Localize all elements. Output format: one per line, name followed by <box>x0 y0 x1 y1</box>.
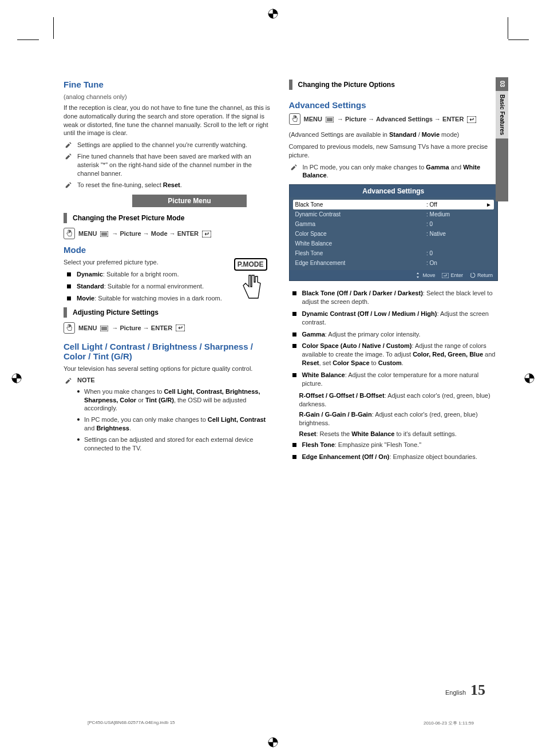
pointing-hand-icon <box>236 271 265 305</box>
menu-label: MENU <box>78 324 97 331</box>
sub-item: In PC mode, you can only make changes to… <box>64 415 273 433</box>
osd-row: White Balance <box>293 239 494 248</box>
cell-heading: Cell Light / Contrast / Brightness / Sha… <box>64 342 273 361</box>
menu-path: MENU → Picture → Mode → ENTER <box>64 228 273 239</box>
crop-tick <box>508 17 508 39</box>
mode-heading: Mode <box>64 245 273 255</box>
note-row: To reset the fine-tuning, select Reset. <box>64 181 273 189</box>
adv-p1: (Advanced Settings are available in Stan… <box>289 130 498 139</box>
adjust-bar: Adjusting Picture Settings <box>64 307 273 318</box>
bar-label: Changing the Picture Options <box>298 81 395 89</box>
note-icon <box>65 181 73 189</box>
cell-body: Your television has several setting opti… <box>64 365 273 373</box>
preset-mode-bar: Changing the Preset Picture Mode <box>64 213 273 223</box>
bar-label: Adjusting Picture Settings <box>73 308 159 316</box>
remote-hand-icon <box>64 228 75 239</box>
fine-tune-heading: Fine Tune <box>64 80 273 89</box>
list-item: Gamma: Adjust the primary color intensit… <box>289 330 498 339</box>
note-icon <box>65 152 73 178</box>
crop-tick <box>53 17 54 39</box>
osd-row: Color Space: Native <box>293 229 494 239</box>
crop-mark-icon <box>268 737 278 747</box>
list-item: Flesh Tone: Emphasize pink "Flesh Tone." <box>289 441 498 449</box>
imprint-file: [PC450-USA]BN68-02577A-04Eng.indb 15 <box>88 720 175 726</box>
note-icon <box>65 141 73 149</box>
bar-stripe <box>64 307 67 318</box>
enter-icon <box>202 230 211 238</box>
menu-path-text: → Picture → Mode → ENTER <box>112 230 199 237</box>
indent-text: Reset: Resets the White Balance to it's … <box>289 430 498 438</box>
note-row: Fine tuned channels that have been saved… <box>64 152 273 178</box>
note-icon <box>290 163 298 180</box>
imprint-date: 2010-06-23 오후 1:11:59 <box>424 720 474 726</box>
note-label: NOTE <box>77 377 95 385</box>
menu-label: MENU <box>78 230 97 237</box>
remote-hand-icon <box>64 322 75 334</box>
tab-bar <box>496 138 508 201</box>
osd-footer: Move Enter Return <box>290 270 498 280</box>
osd-row: Dynamic Contrast: Medium <box>293 209 494 219</box>
osd-enter: Enter <box>442 272 463 278</box>
note-text: To reset the fine-tuning, select Reset. <box>77 181 273 189</box>
side-tab: 03 Basic Features <box>496 77 508 201</box>
note-text: Fine tuned channels that have been saved… <box>77 152 273 178</box>
osd-move: Move <box>415 272 435 278</box>
right-column: Changing the Picture Options Advanced Se… <box>289 80 498 465</box>
remote-hand-icon <box>289 113 300 125</box>
list-item: White Balance: Adjust the color temperat… <box>289 371 498 388</box>
bar-label: Changing the Preset Picture Mode <box>73 214 184 222</box>
chapter-label: Basic Features <box>496 91 508 138</box>
footer-lang: English <box>445 689 466 696</box>
note-text: Settings are applied to the channel you'… <box>77 141 273 149</box>
adv-heading: Advanced Settings <box>289 100 498 110</box>
left-column: Fine Tune (analog channels only) If the … <box>64 80 273 465</box>
osd-row: Edge Enhancement: On <box>293 258 494 268</box>
menu-icon <box>100 230 108 237</box>
note-row: In PC mode, you can only make changes to… <box>289 163 498 180</box>
enter-icon <box>467 115 476 122</box>
list-item: Dynamic Contrast (Off / Low / Medium / H… <box>289 310 498 327</box>
note-text: In PC mode, you can only make changes to… <box>303 163 498 180</box>
menu-path-text: → Picture → ENTER <box>112 324 172 331</box>
changing-bar: Changing the Picture Options <box>289 80 498 90</box>
crop-tick <box>17 39 39 40</box>
menu-icon <box>326 116 334 122</box>
menu-path-text: → Picture → Advanced Settings → ENTER <box>337 116 464 122</box>
osd-row: Gamma: 0 <box>293 219 494 229</box>
pmode-label: P.MODE <box>234 258 267 271</box>
enter-icon <box>176 324 185 331</box>
list-item: Black Tone (Off / Dark / Darker / Darkes… <box>289 289 498 306</box>
note-row: Settings are applied to the channel you'… <box>64 141 273 149</box>
adv-p2: Compared to previous models, new Samsung… <box>289 143 498 160</box>
page-footer: English 15 <box>445 682 485 699</box>
osd-return: Return <box>470 272 493 278</box>
osd-row: Flesh Tone: 0 <box>293 248 494 258</box>
crop-tick <box>508 39 529 40</box>
picture-menu-band: Picture Menu <box>132 195 247 207</box>
crop-mark-icon <box>268 9 278 19</box>
footer-pagenum: 15 <box>470 682 485 699</box>
note-icon <box>65 377 73 385</box>
chapter-number: 03 <box>496 77 508 91</box>
sub-item: When you make changes to Cell Light, Con… <box>64 387 273 413</box>
note-row: NOTE <box>64 377 273 385</box>
menu-label: MENU <box>304 116 322 122</box>
menu-path: MENU → Picture → Advanced Settings → ENT… <box>289 113 498 125</box>
crop-mark-icon <box>524 373 535 383</box>
osd-body: Black Tone: Off►Dynamic Contrast: Medium… <box>290 197 498 270</box>
menu-path: MENU → Picture → ENTER <box>64 322 273 334</box>
osd-row: Black Tone: Off► <box>293 200 494 209</box>
bar-stripe <box>64 213 67 223</box>
osd-title: Advanced Settings <box>290 185 498 197</box>
osd-panel: Advanced Settings Black Tone: Off►Dynami… <box>289 184 498 281</box>
imprint-line: [PC450-USA]BN68-02577A-04Eng.indb 15 201… <box>88 720 474 726</box>
indent-text: R-Gain / G-Gain / B-Gain: Adjust each co… <box>289 410 498 428</box>
indent-text: R-Offset / G-Offset / B-Offset: Adjust e… <box>289 391 498 409</box>
list-item: Color Space (Auto / Native / Custom): Ad… <box>289 342 498 367</box>
fine-tune-sub: (analog channels only) <box>64 93 273 101</box>
fine-tune-body: If the reception is clear, you do not ha… <box>64 104 273 137</box>
pmode-graphic: P.MODE <box>234 258 267 306</box>
sub-item: Settings can be adjusted and stored for … <box>64 436 273 453</box>
crop-mark-icon <box>11 373 22 383</box>
list-item: Edge Enhancement (Off / On): Emphasize o… <box>289 453 498 461</box>
